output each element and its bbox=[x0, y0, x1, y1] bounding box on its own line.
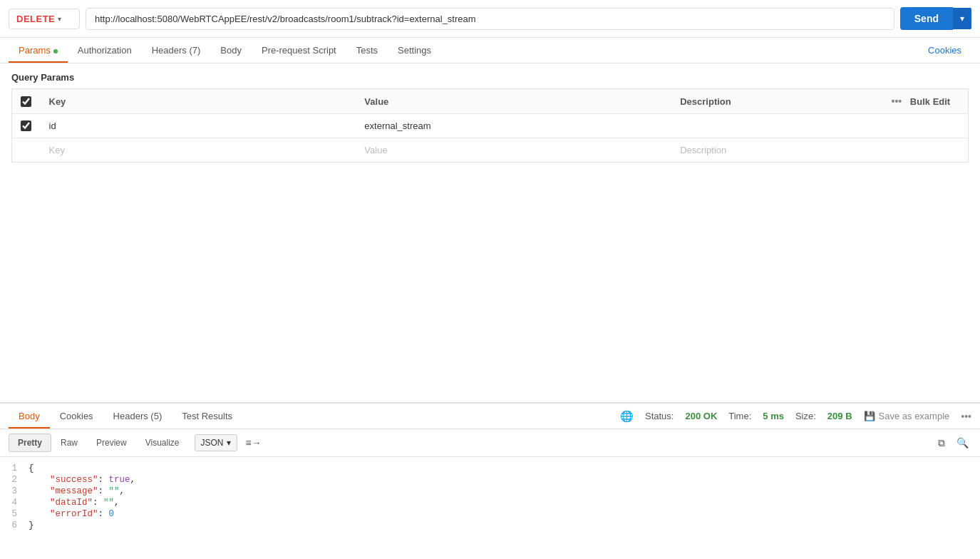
search-icon[interactable]: 🔍 bbox=[954, 434, 971, 451]
request-tabs-left: Params Authorization Headers (7) Body Pr… bbox=[9, 38, 441, 63]
size-value: 209 B bbox=[827, 411, 852, 421]
method-label: DELETE bbox=[16, 14, 55, 24]
size-label: Size: bbox=[795, 411, 816, 421]
tab-authorization[interactable]: Authorization bbox=[68, 38, 142, 63]
empty-actions-cell bbox=[883, 138, 969, 163]
code-line-6: 6 } bbox=[0, 520, 980, 531]
empty-key-cell[interactable]: Key bbox=[41, 138, 356, 163]
format-tab-visualize[interactable]: Visualize bbox=[136, 434, 189, 452]
send-dropdown-button[interactable]: ▾ bbox=[953, 8, 971, 29]
col-value-header: Value bbox=[356, 89, 671, 114]
format-tabs: Pretty Raw Preview Visualize bbox=[9, 434, 189, 452]
url-input[interactable] bbox=[86, 8, 894, 30]
url-bar: DELETE ▾ Send ▾ bbox=[0, 0, 980, 38]
status-code: 200 OK bbox=[685, 411, 717, 421]
format-bar: Pretty Raw Preview Visualize JSON ▾ ≡→ ⧉… bbox=[0, 429, 980, 457]
format-chevron-icon: ▾ bbox=[227, 438, 231, 448]
empty-value-cell[interactable]: Value bbox=[356, 138, 671, 163]
code-line-2: 2 "success": true, bbox=[0, 474, 980, 486]
format-tab-raw[interactable]: Raw bbox=[51, 434, 87, 452]
value-placeholder: Value bbox=[364, 145, 387, 155]
wrap-lines-icon[interactable]: ≡→ bbox=[243, 434, 264, 451]
col-actions-header: ••• Bulk Edit bbox=[883, 89, 969, 114]
code-line-3: 3 "message": "", bbox=[0, 486, 980, 497]
code-line-5: 5 "errorId": 0 bbox=[0, 508, 980, 520]
col-desc-header: Description bbox=[671, 89, 882, 114]
format-right-actions: ⧉ 🔍 bbox=[935, 434, 971, 452]
row-actions-cell bbox=[883, 114, 969, 138]
bulk-edit-button[interactable]: Bulk Edit bbox=[910, 96, 950, 107]
response-tabs-bar: Body Cookies Headers (5) Test Results 🌐 … bbox=[0, 404, 980, 429]
response-tab-cookies[interactable]: Cookies bbox=[50, 404, 103, 429]
params-table: Key Value Description ••• Bulk Edit id e… bbox=[11, 88, 969, 163]
response-tab-body[interactable]: Body bbox=[9, 404, 50, 429]
tab-prerequest[interactable]: Pre-request Script bbox=[252, 38, 346, 63]
empty-row: Key Value Description bbox=[12, 138, 969, 163]
tab-settings[interactable]: Settings bbox=[388, 38, 441, 63]
cookies-link[interactable]: Cookies bbox=[918, 38, 971, 63]
empty-check-cell bbox=[12, 138, 41, 163]
globe-icon: 🌐 bbox=[620, 410, 634, 423]
row-check-cell bbox=[12, 114, 41, 138]
save-icon: 💾 bbox=[864, 411, 875, 421]
key-placeholder: Key bbox=[49, 145, 65, 155]
send-button-group: Send ▾ bbox=[900, 7, 971, 30]
row-desc-cell[interactable] bbox=[671, 114, 882, 138]
row-checkbox[interactable] bbox=[21, 120, 31, 131]
response-more-icon[interactable]: ••• bbox=[961, 411, 971, 422]
tab-tests[interactable]: Tests bbox=[346, 38, 388, 63]
response-tab-headers[interactable]: Headers (5) bbox=[103, 404, 172, 429]
table-row: id external_stream bbox=[12, 114, 969, 138]
empty-desc-cell[interactable]: Description bbox=[671, 138, 882, 163]
code-area: 1 { 2 "success": true, 3 "message": "", … bbox=[0, 457, 980, 548]
send-button[interactable]: Send bbox=[900, 7, 953, 30]
code-line-1: 1 { bbox=[0, 463, 980, 474]
format-tab-preview[interactable]: Preview bbox=[87, 434, 136, 452]
params-dot-icon bbox=[53, 49, 58, 53]
select-all-checkbox[interactable] bbox=[21, 96, 31, 107]
col-check-header bbox=[12, 89, 41, 114]
query-params-title: Query Params bbox=[11, 72, 969, 83]
time-value: 5 ms bbox=[763, 411, 784, 421]
copy-icon[interactable]: ⧉ bbox=[935, 434, 948, 452]
row-key-cell[interactable]: id bbox=[41, 114, 356, 138]
response-tab-testresults[interactable]: Test Results bbox=[172, 404, 242, 429]
response-tabs-left: Body Cookies Headers (5) Test Results bbox=[9, 404, 242, 429]
row-value-cell[interactable]: external_stream bbox=[356, 114, 671, 138]
code-line-4: 4 "dataId": "", bbox=[0, 497, 980, 508]
tab-headers[interactable]: Headers (7) bbox=[142, 38, 211, 63]
desc-placeholder: Description bbox=[680, 145, 726, 155]
method-chevron-icon: ▾ bbox=[58, 15, 61, 23]
response-meta: 🌐 Status: 200 OK Time: 5 ms Size: 209 B … bbox=[620, 410, 971, 423]
status-label: Status: bbox=[645, 411, 674, 421]
method-selector[interactable]: DELETE ▾ bbox=[9, 9, 80, 29]
format-select[interactable]: JSON ▾ bbox=[195, 434, 237, 451]
more-options-icon[interactable]: ••• bbox=[892, 96, 902, 107]
tab-body[interactable]: Body bbox=[210, 38, 252, 63]
col-key-header: Key bbox=[41, 89, 356, 114]
format-tab-pretty[interactable]: Pretty bbox=[9, 434, 51, 452]
time-label: Time: bbox=[728, 411, 751, 421]
save-example-button[interactable]: 💾 Save as example bbox=[864, 411, 950, 421]
response-area: Body Cookies Headers (5) Test Results 🌐 … bbox=[0, 402, 980, 559]
query-params-section: Query Params Key Value Description ••• B… bbox=[0, 63, 980, 163]
request-tabs-bar: Params Authorization Headers (7) Body Pr… bbox=[0, 38, 980, 63]
tab-params[interactable]: Params bbox=[9, 38, 68, 63]
